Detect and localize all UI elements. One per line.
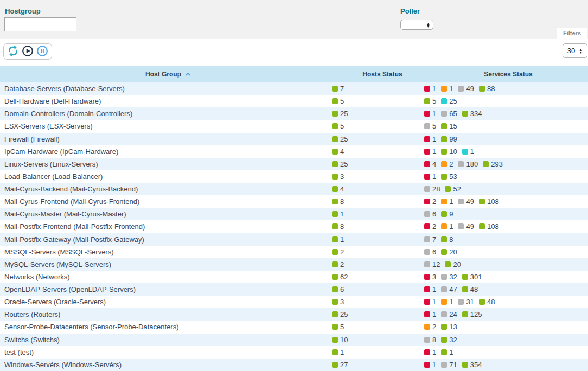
hostgroup-name[interactable]: MSSQL-Servers (MSSQL-Servers) (0, 248, 332, 256)
hosts-status-cell: 25 (332, 135, 424, 143)
services-status-cell: 2852 (424, 185, 588, 193)
status-count: 354 (470, 361, 482, 369)
status-count: 7 (432, 235, 436, 244)
ok-status-badge (332, 261, 338, 267)
hostgroup-input[interactable] (4, 17, 76, 31)
hosts-status-cell: 6 (332, 285, 424, 293)
status-badge-group: 53 (441, 172, 457, 181)
status-badge-group: 48 (462, 285, 478, 293)
hostgroup-name[interactable]: Mail-Postfix-Frontend (Mail-Postfix-Fron… (0, 222, 332, 231)
status-badge-group: 49 (458, 85, 474, 93)
hostgroup-name[interactable]: IpCam-Hardware (IpCam-Hardware) (0, 148, 332, 156)
status-badge-group: 3 (424, 273, 436, 281)
status-count: 2 (340, 260, 344, 268)
table-row: Mail-Cyrus-Master (Mail-Cyrus-Master)169 (0, 208, 588, 220)
hostgroup-name[interactable]: Firewall (Firewall) (0, 135, 332, 143)
hosts-status-cell: 2 (332, 260, 424, 268)
services-status-cell: 14748 (424, 285, 588, 293)
sort-asc-icon (185, 71, 191, 78)
ok-status-badge (332, 186, 338, 192)
hostgroup-name[interactable]: Dell-Hardware (Dell-Hardware) (0, 97, 332, 105)
ok-status-badge (332, 236, 338, 242)
hosts-status-cell: 7 (332, 85, 424, 93)
services-status-cell: 2149108 (424, 197, 588, 206)
hostgroup-name[interactable]: Mail-Cyrus-Backend (Mail-Cyrus-Backend) (0, 185, 332, 193)
unknown-status-badge (458, 223, 464, 229)
filters-tab[interactable]: Filters (557, 28, 587, 39)
status-badge-group: 10 (332, 336, 348, 344)
status-count: 1 (449, 348, 453, 356)
hosts-status-cell: 1 (332, 348, 424, 356)
status-badge-group: 6 (424, 210, 436, 218)
play-button[interactable] (22, 46, 34, 57)
refresh-controls (3, 43, 52, 60)
hosts-status-cell: 8 (332, 222, 424, 231)
stepper-icon: ▲▼ (579, 48, 583, 54)
warning-status-badge (441, 299, 447, 305)
status-badge-group: 301 (462, 273, 482, 281)
status-count: 8 (432, 336, 436, 344)
ok-status-badge (332, 324, 338, 330)
column-header-hosts-status[interactable]: Hosts Status (336, 71, 429, 78)
hostgroup-name[interactable]: Mail-Cyrus-Frontend (Mail-Cyrus-Frontend… (0, 197, 332, 206)
status-count: 53 (449, 172, 457, 181)
hostgroup-name[interactable]: Windows-Servérs (Windows-Servérs) (0, 361, 332, 369)
hostgroup-name[interactable]: Domain-Controllers (Domain-Controllers) (0, 110, 332, 118)
table-row: MySQL-Servers (MySQL-Servers)21220 (0, 258, 588, 271)
hostgroup-name[interactable]: Load-Balancer (Load-Balancer) (0, 172, 332, 181)
services-status-cell: 2149108 (424, 222, 588, 231)
status-badge-group: 1 (424, 110, 436, 118)
hostgroup-name[interactable]: ESX-Servers (ESX-Servers) (0, 122, 332, 130)
table-row: Mail-Cyrus-Backend (Mail-Cyrus-Backend)4… (0, 183, 588, 195)
ok-status-badge (462, 274, 468, 280)
hosts-status-cell: 25 (332, 310, 424, 318)
hostgroup-name[interactable]: Mail-Postfix-Gateway (Mail-Postfix-Gatew… (0, 235, 332, 244)
hostgroup-name[interactable]: test (test) (0, 348, 332, 356)
status-badge-group: 31 (458, 298, 474, 306)
status-badge-group: 4 (332, 185, 344, 193)
unknown-status-badge (424, 123, 430, 129)
hostgroup-name[interactable]: Oracle-Servers (Oracle-Servers) (0, 298, 332, 306)
column-header-host-group[interactable]: Host Group (0, 71, 336, 78)
hostgroup-name[interactable]: OpenLDAP-Servers (OpenLDAP-Servers) (0, 285, 332, 293)
hostgroup-name[interactable]: Routers (Routers) (0, 310, 332, 318)
column-header-services-status[interactable]: Services Status (429, 71, 588, 78)
status-badge-group: 1 (332, 235, 344, 244)
ok-status-badge (332, 249, 338, 255)
filter-panel: Hostgroup Poller ▲▼ Filters (0, 0, 588, 39)
status-badge-group: 354 (462, 361, 482, 369)
poller-select[interactable]: ▲▼ (400, 20, 433, 30)
hostgroup-name[interactable]: Linux-Servers (Linux-Servers) (0, 160, 332, 168)
hostgroup-name[interactable]: Database-Servers (Database-Servers) (0, 85, 332, 93)
ok-status-badge (332, 136, 338, 142)
status-count: 1 (470, 148, 474, 156)
hostgroup-name[interactable]: Networks (Networks) (0, 273, 332, 281)
status-badge-group: 2 (424, 222, 436, 231)
refresh-button[interactable] (7, 46, 19, 57)
hostgroup-name[interactable]: Switchs (Switchs) (0, 336, 332, 344)
hosts-status-cell: 1 (332, 210, 424, 218)
ok-status-badge (462, 111, 468, 117)
ok-status-badge (445, 186, 451, 192)
hostgroup-name[interactable]: MySQL-Servers (MySQL-Servers) (0, 260, 332, 268)
status-count: 1 (449, 85, 453, 93)
pause-button[interactable] (36, 46, 48, 57)
page-size-select[interactable]: 30 ▲▼ (563, 43, 587, 58)
status-count: 6 (432, 248, 436, 256)
status-badge-group: 1 (424, 310, 436, 318)
hosts-status-cell: 3 (332, 298, 424, 306)
table-row: OpenLDAP-Servers (OpenLDAP-Servers)61474… (0, 283, 588, 296)
status-count: 5 (432, 122, 436, 130)
hostgroup-name[interactable]: Mail-Cyrus-Master (Mail-Cyrus-Master) (0, 210, 332, 218)
status-badge-group: 180 (458, 160, 478, 168)
stepper-icon: ▲▼ (426, 22, 430, 28)
status-count: 1 (340, 235, 344, 244)
status-count: 9 (449, 210, 453, 218)
status-badge-group: 99 (441, 135, 457, 143)
status-badge-group: 1 (424, 85, 436, 93)
ok-status-badge (441, 174, 447, 180)
unknown-status-badge (441, 362, 447, 368)
status-count: 1 (449, 298, 453, 306)
status-badge-group: 20 (445, 260, 461, 268)
hostgroup-name[interactable]: Sensor-Probe-Datacenters (Sensor-Probe-D… (0, 323, 332, 331)
